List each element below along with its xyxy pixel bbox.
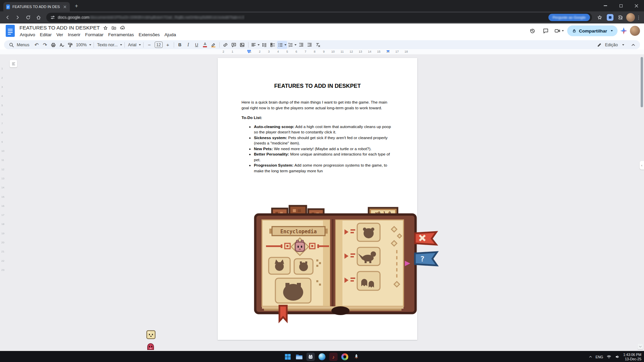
taskbar-app-icon-1[interactable]	[307, 353, 315, 361]
share-button[interactable]: Compartilhar	[567, 25, 618, 36]
document-title[interactable]: FEATURES TO ADD IN DESKPET	[19, 25, 100, 31]
underline-button[interactable]: U	[193, 41, 201, 49]
tray-chevron-icon[interactable]	[589, 355, 592, 359]
insert-link-button[interactable]	[221, 41, 230, 49]
left-indent-marker[interactable]	[247, 51, 251, 53]
taskbar-app-icon-2[interactable]	[318, 353, 326, 361]
taskbar-rocket-icon[interactable]	[352, 353, 361, 361]
document-canvas: 1234567891011121314151617181920212223 FE…	[0, 54, 644, 351]
volume-icon[interactable]	[615, 354, 620, 359]
menu-ferramentas[interactable]: Ferramentas	[106, 32, 137, 38]
start-button[interactable]	[284, 353, 292, 361]
docs-logo-icon[interactable]	[5, 24, 15, 37]
docs-header: FEATURES TO ADD IN DESKPET Arquivo Edita…	[0, 23, 644, 39]
paint-format-button[interactable]	[66, 41, 74, 49]
ruler-number: 4	[277, 50, 279, 53]
star-icon[interactable]	[103, 25, 108, 31]
print-button[interactable]	[49, 41, 58, 49]
vruler-number: 23	[1, 268, 4, 272]
bold-button[interactable]: B	[176, 41, 184, 49]
font-select[interactable]: Arial	[126, 41, 142, 49]
decrease-font-button[interactable]: −	[145, 41, 154, 49]
clear-formatting-button[interactable]	[314, 41, 322, 49]
tab-close-icon[interactable]	[62, 4, 67, 9]
menu-arquivo[interactable]: Arquivo	[17, 32, 38, 38]
reload-button[interactable]	[23, 13, 33, 22]
language-indicator[interactable]: ENG	[596, 355, 603, 359]
version-history-icon[interactable]	[527, 25, 538, 36]
menu-editar[interactable]: Editar	[38, 32, 54, 38]
maximize-button[interactable]	[613, 0, 629, 11]
url-text[interactable]: docs.google.com/document/d/1PSuOt-O0KBVc…	[58, 15, 245, 20]
desk-pet-slime[interactable]	[147, 342, 154, 350]
spellcheck-button[interactable]	[58, 41, 66, 49]
ask-google-button[interactable]: Pergunte ao Google	[548, 14, 590, 21]
line-spacing-button[interactable]	[260, 41, 269, 49]
site-settings-icon[interactable]	[50, 15, 55, 20]
move-folder-icon[interactable]	[111, 25, 116, 31]
gemini-icon[interactable]	[620, 27, 627, 35]
taskbar-app-icon-3[interactable]: ♪	[329, 353, 338, 361]
menu-ver[interactable]: Ver	[54, 32, 65, 38]
cloud-status-icon[interactable]	[120, 25, 125, 31]
close-button[interactable]	[629, 0, 644, 11]
increase-font-button[interactable]: +	[164, 41, 172, 49]
new-tab-button[interactable]: +	[73, 3, 80, 9]
extensions-puzzle-icon[interactable]	[616, 13, 625, 22]
browser-tab[interactable]: FEATURES TO ADD IN DESKPE	[3, 2, 70, 11]
side-panel-toggle[interactable]: ‹	[640, 161, 644, 170]
insert-image-button[interactable]	[238, 41, 247, 49]
scroll-down-button[interactable]	[638, 344, 643, 349]
highlight-color-button[interactable]	[209, 41, 218, 49]
account-avatar[interactable]	[630, 26, 640, 36]
add-comment-button[interactable]	[230, 41, 238, 49]
menus-search-button[interactable]: Menus	[7, 41, 33, 49]
zoom-select[interactable]: 100%	[74, 41, 92, 49]
bulleted-list-button[interactable]	[277, 41, 287, 49]
bookmark-star-icon[interactable]	[595, 13, 604, 22]
paragraph-style-select[interactable]: Texto nor...	[96, 41, 123, 49]
font-size-input[interactable]: 12	[155, 42, 163, 48]
right-indent-marker[interactable]	[386, 50, 390, 52]
forward-button[interactable]	[13, 13, 22, 22]
comments-icon[interactable]	[540, 25, 551, 36]
wifi-icon[interactable]	[606, 354, 611, 359]
indent-marker-bar[interactable]	[247, 50, 251, 51]
tab-title: FEATURES TO ADD IN DESKPE	[12, 5, 60, 9]
taskbar-settings-icon[interactable]	[341, 353, 349, 361]
menu-extensoes[interactable]: Extensões	[136, 32, 162, 38]
back-button[interactable]	[3, 13, 12, 22]
editing-mode-select[interactable]: Edição	[593, 41, 628, 49]
scrollbar-thumb[interactable]	[641, 57, 643, 107]
align-button[interactable]	[250, 41, 260, 49]
hide-menus-button[interactable]	[629, 41, 637, 49]
minimize-button[interactable]	[598, 0, 613, 11]
show-outline-button[interactable]	[10, 60, 17, 67]
extension-icon[interactable]	[605, 13, 615, 22]
horizontal-ruler[interactable]: 21123456789101112131415161718	[0, 50, 644, 54]
undo-button[interactable]: ↶	[33, 41, 41, 49]
browser-profile-avatar[interactable]	[626, 13, 635, 22]
numbered-list-button[interactable]	[287, 41, 297, 49]
browser-menu-icon[interactable]: ⋮	[636, 15, 641, 20]
text-color-button[interactable]: A	[201, 41, 209, 49]
menu-formatar[interactable]: Formatar	[83, 32, 106, 38]
decrease-indent-button[interactable]	[297, 41, 306, 49]
taskbar-clock[interactable]: 1:43:06 PM 13-Dec-25	[623, 353, 641, 361]
address-bar[interactable]: docs.google.com/document/d/1PSuOt-O0KBVc…	[46, 13, 592, 22]
italic-button[interactable]: I	[184, 41, 193, 49]
redo-button[interactable]: ↷	[41, 41, 49, 49]
menu-ajuda[interactable]: Ajuda	[162, 32, 178, 38]
share-caret-icon[interactable]	[611, 30, 613, 32]
menu-inserir[interactable]: Inserir	[65, 32, 83, 38]
ruler-number: 11	[340, 50, 343, 53]
checklist-button[interactable]	[269, 41, 277, 49]
document-page[interactable]: FEATURES TO ADD IN DESKPET Here is a qui…	[218, 58, 417, 340]
increase-indent-button[interactable]	[306, 41, 314, 49]
desk-pet-toast[interactable]	[146, 330, 156, 339]
encyclopedia-book-image[interactable]: v0.1.0 Encyclopedia	[251, 200, 441, 324]
home-button[interactable]	[34, 13, 43, 22]
file-explorer-icon[interactable]	[295, 353, 304, 361]
banner: Encyclopedia	[269, 227, 328, 236]
meet-video-icon[interactable]	[554, 25, 565, 36]
